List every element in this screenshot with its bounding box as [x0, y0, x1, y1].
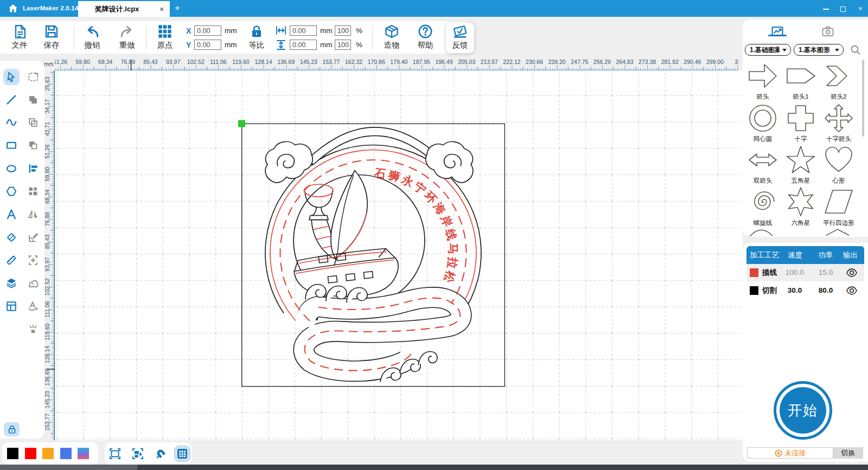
create-button[interactable]: 造物 [376, 24, 407, 52]
mirror-tool[interactable] [25, 206, 41, 222]
layers-tool[interactable] [3, 275, 20, 291]
align-tool[interactable] [25, 160, 41, 177]
shape-arrow1[interactable] [783, 61, 818, 91]
y-unit-label: mm [225, 41, 237, 49]
text-path-tool[interactable] [25, 298, 41, 314]
union-tool[interactable] [25, 92, 41, 108]
tab-vector-library[interactable] [768, 24, 787, 38]
line-tool[interactable] [3, 92, 20, 108]
home-icon[interactable] [7, 3, 19, 14]
h-ruler-label: 68.34 [98, 59, 112, 65]
select-tool[interactable] [3, 69, 20, 85]
rectangle-tool[interactable] [3, 137, 20, 153]
exclude-tool[interactable] [25, 114, 41, 131]
shape-parallelogram[interactable] [821, 186, 856, 217]
save-button[interactable]: 保存 [36, 24, 67, 52]
weld-tool[interactable] [25, 275, 41, 291]
height-input[interactable] [290, 40, 317, 50]
x-coordinate-input[interactable] [194, 25, 221, 36]
shape-arc-partial[interactable] [749, 228, 774, 237]
tab-camera-capture[interactable] [819, 24, 837, 38]
tab-close-button[interactable]: × [156, 3, 168, 15]
shape-heart[interactable] [821, 145, 856, 175]
h-ruler-label: 222.12 [503, 59, 520, 65]
shape-scrollbar-thumb[interactable] [862, 60, 864, 137]
window-maximize-button[interactable] [835, 0, 851, 17]
document-tab[interactable]: 奖牌设计.lcpx × [78, 1, 170, 17]
fit-view-button[interactable] [108, 447, 122, 461]
curve-tool[interactable] [3, 114, 20, 131]
row-color-swatch[interactable] [750, 286, 758, 295]
measure-tool[interactable] [3, 252, 20, 268]
shape-double-arrow[interactable] [745, 145, 780, 175]
subcategory-dropdown[interactable]: 1.基本图形 [794, 44, 844, 56]
text-tool[interactable] [3, 206, 20, 222]
shape-arrow[interactable] [745, 61, 780, 91]
h-ruler-label: 51.26 [55, 59, 67, 65]
process-row-cut[interactable]: 切割 30.0 80.0 [746, 282, 864, 299]
table-tool[interactable] [3, 298, 20, 314]
shape-star5[interactable] [783, 145, 818, 175]
window-minimize-button[interactable] [818, 0, 834, 17]
new-tab-button[interactable]: + [172, 0, 183, 17]
color-swatch-black[interactable] [7, 448, 18, 459]
design-canvas[interactable]: 石狮永宁环海岸线马拉松 [55, 70, 743, 440]
color-swatch-gradient[interactable] [78, 448, 89, 459]
window-close-button[interactable]: × [852, 0, 868, 17]
shape-cross[interactable] [783, 103, 818, 133]
row-speed[interactable]: 30.0 [781, 282, 808, 299]
h-ruler-label: 85.43 [143, 59, 157, 65]
category-dropdown[interactable]: 1.基础图案 [745, 44, 791, 56]
start-button[interactable]: 开始 [774, 381, 832, 440]
shape-spiral[interactable] [745, 186, 780, 217]
angle-measure-tool[interactable] [25, 229, 41, 246]
undo-button[interactable]: 撤销 [77, 24, 107, 52]
row-color-swatch[interactable] [750, 268, 758, 277]
help-button[interactable]: 帮助 [410, 24, 441, 52]
origin-label: 原点 [150, 40, 180, 50]
width-input[interactable] [290, 25, 317, 36]
selection-handle[interactable] [238, 120, 245, 127]
ellipse-tool[interactable] [3, 160, 20, 177]
process-row-trace[interactable]: 描线 100.0 15.0 [746, 264, 864, 281]
select-objects-button[interactable] [131, 447, 145, 461]
height-percent-input[interactable] [335, 40, 351, 50]
eraser-tool[interactable] [3, 229, 20, 246]
canvas-lock-button[interactable] [4, 422, 20, 436]
color-swatch-red[interactable] [25, 448, 36, 459]
shape-angle-partial[interactable] [825, 228, 850, 236]
connection-status-text: 未连接 [785, 448, 806, 458]
marquee-select-tool[interactable] [25, 69, 41, 85]
row-speed[interactable]: 100.0 [781, 264, 808, 281]
explode-tool[interactable] [25, 321, 41, 337]
array-tool[interactable] [25, 252, 41, 268]
polygon-tool[interactable] [3, 183, 20, 199]
width-percent-input[interactable] [335, 25, 351, 36]
magnet-snap-button[interactable] [154, 447, 168, 461]
switch-device-button[interactable]: 切换 [833, 447, 863, 459]
color-swatch-orange[interactable] [42, 448, 54, 459]
bottom-scrollbar-thumb[interactable] [0, 465, 137, 470]
visibility-eye-icon[interactable] [846, 285, 858, 296]
y-coordinate-input[interactable] [194, 40, 221, 50]
process-table-header: 加工工艺 速度 功率 输出 [746, 246, 864, 264]
lock-ratio-button[interactable]: 等比 [241, 24, 272, 52]
caret-down-icon [782, 49, 787, 51]
row-power[interactable]: 80.0 [812, 282, 839, 299]
feedback-button[interactable]: 反馈 [445, 24, 475, 52]
file-button[interactable]: 文件 [4, 24, 35, 52]
shape-star6[interactable] [783, 186, 818, 217]
search-icon[interactable] [850, 44, 861, 55]
color-swatch-blue[interactable] [60, 448, 72, 459]
grid-toggle-button[interactable] [175, 446, 190, 461]
redo-button[interactable]: 重做 [112, 24, 142, 52]
canvas-grid [55, 70, 743, 440]
shape-arrow2[interactable] [821, 61, 856, 91]
subtract-tool[interactable] [25, 137, 41, 153]
shape-cross-arrows[interactable] [821, 103, 856, 133]
distribute-tool[interactable] [25, 183, 41, 199]
row-power[interactable]: 15.0 [812, 264, 839, 281]
shape-concentric-circles[interactable] [745, 103, 780, 133]
visibility-eye-icon[interactable] [846, 267, 858, 278]
origin-button[interactable]: 原点 [150, 24, 180, 52]
